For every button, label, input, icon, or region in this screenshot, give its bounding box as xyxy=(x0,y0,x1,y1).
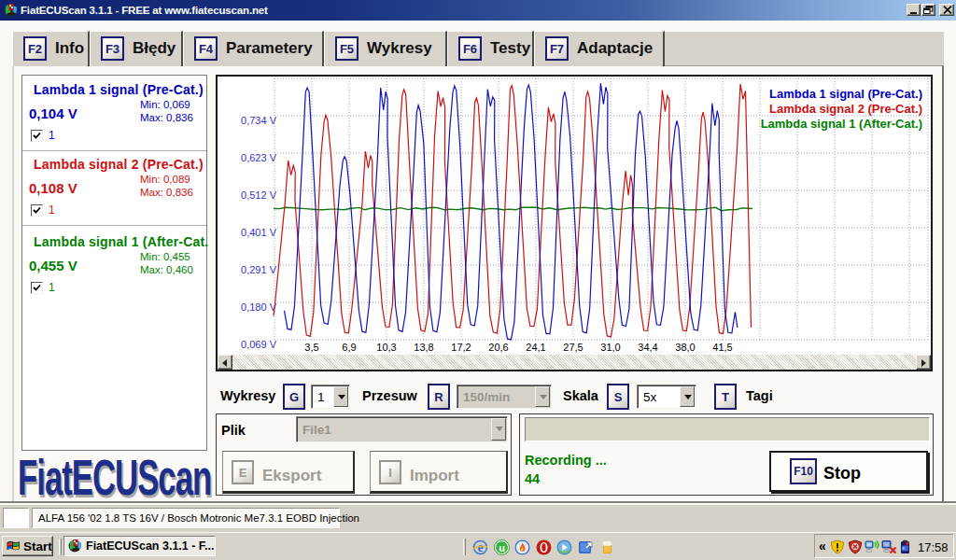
svg-text:10,3: 10,3 xyxy=(376,342,396,353)
svg-text:17,2: 17,2 xyxy=(451,342,471,353)
svg-text:0,401 V: 0,401 V xyxy=(241,227,277,238)
svg-text:u: u xyxy=(499,542,505,553)
svg-text:Lambda 1 signal (Pre-Cat.): Lambda 1 signal (Pre-Cat.) xyxy=(769,87,922,101)
svg-text:0,180 V: 0,180 V xyxy=(241,301,277,313)
svg-text:0,623 V: 0,623 V xyxy=(241,152,277,163)
svg-text:24,1: 24,1 xyxy=(526,342,545,353)
svg-text:Lambda signal 2 (Pre-Cat.): Lambda signal 2 (Pre-Cat.) xyxy=(769,102,922,116)
svg-text:Lambda signal 1 (After-Cat.): Lambda signal 1 (After-Cat.) xyxy=(761,117,922,131)
svg-text:31,0: 31,0 xyxy=(600,342,620,353)
svg-text:0,069 V: 0,069 V xyxy=(241,339,277,350)
svg-text:0,291 V: 0,291 V xyxy=(241,264,277,275)
svg-text:38,0: 38,0 xyxy=(675,342,695,353)
svg-text:41,5: 41,5 xyxy=(712,342,732,353)
svg-text:34,4: 34,4 xyxy=(638,342,657,353)
svg-text:20,6: 20,6 xyxy=(488,342,508,353)
svg-text:0,512 V: 0,512 V xyxy=(241,189,277,201)
svg-text:27,5: 27,5 xyxy=(563,342,583,353)
svg-text:3,5: 3,5 xyxy=(304,342,318,353)
svg-text:13,8: 13,8 xyxy=(414,342,433,353)
svg-text:6,9: 6,9 xyxy=(342,342,356,353)
svg-text:0,734 V: 0,734 V xyxy=(241,115,277,126)
